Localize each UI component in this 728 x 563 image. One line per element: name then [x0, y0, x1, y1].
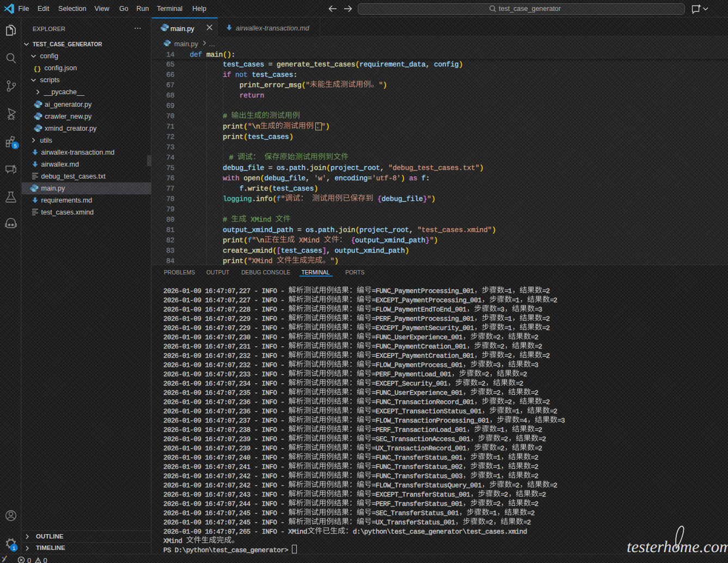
svg-text:81: 81: [166, 226, 174, 234]
svg-text:=2: =2: [535, 343, 542, 351]
svg-text:=2: =2: [500, 436, 508, 443]
svg-text:0: 0: [44, 556, 47, 563]
svg-text:project_root: project_root: [359, 226, 409, 234]
svg-text:=FUNC_TransactionRecord_001: =FUNC_TransactionRecord_001: [372, 399, 474, 406]
svg-text:=2: =2: [504, 399, 512, 406]
svg-text:2026-01-09 16:47:07,233 - INFO: 2026-01-09 16:47:07,233 - INFO -: [163, 371, 289, 378]
svg-text:=2: =2: [516, 380, 523, 388]
svg-text:=2: =2: [497, 343, 505, 351]
svg-text:=EXCEPT_PaymentProcessing_001: =EXCEPT_PaymentProcessing_001: [372, 297, 482, 304]
svg-text:2026-01-09 16:47:07,231 - INFO: 2026-01-09 16:47:07,231 - INFO -: [163, 343, 289, 351]
svg-text:print: print: [223, 123, 243, 131]
svg-text:2026-01-09 16:47:07,242 - INFO: 2026-01-09 16:47:07,242 - INFO -: [163, 482, 289, 489]
svg-text:os: os: [305, 226, 314, 234]
svg-text:=EXCEPT_TransactionStatus_001: =EXCEPT_TransactionStatus_001: [372, 408, 482, 415]
svg-text:0: 0: [27, 556, 31, 563]
svg-text:open: open: [243, 174, 260, 182]
svg-text:=2: =2: [542, 287, 550, 295]
svg-text:2026-01-09 16:47:07,239 - INFO: 2026-01-09 16:47:07,239 - INFO -: [163, 436, 289, 443]
svg-text:=2: =2: [493, 389, 501, 397]
svg-text:=2: =2: [493, 500, 501, 508]
svg-text:create_xmind: create_xmind: [223, 247, 272, 255]
svg-text:=2: =2: [531, 500, 539, 508]
svg-text:1: 1: [13, 546, 15, 551]
svg-text:{}: {}: [34, 66, 41, 73]
svg-text:=3: =3: [493, 362, 501, 369]
svg-text:test_cases: test_cases: [223, 60, 264, 69]
svg-text:2026-01-09 16:47:07,229 - INFO: 2026-01-09 16:47:07,229 - INFO -: [163, 325, 289, 332]
svg-text:78: 78: [166, 195, 174, 203]
svg-text:'w': 'w': [314, 174, 327, 182]
svg-text:=2: =2: [519, 371, 527, 378]
svg-text:2026-01-09 16:47:07,242 - INFO: 2026-01-09 16:47:07,242 - INFO -: [163, 473, 289, 480]
svg-text:2026-01-09 16:47:07,265 - INFO: 2026-01-09 16:47:07,265 - INFO - XMind: [163, 528, 308, 536]
svg-text:): ): [431, 195, 436, 203]
svg-text:#: #: [223, 112, 231, 120]
svg-text:,: ,: [426, 60, 434, 69]
svg-text:=4: =4: [519, 417, 527, 425]
svg-text:=2: =2: [482, 371, 490, 378]
svg-text:=1: =1: [493, 454, 501, 462]
svg-text:69: 69: [166, 102, 174, 110]
svg-text:72: 72: [166, 133, 174, 141]
svg-text:=2: =2: [550, 408, 558, 415]
svg-text:print_error_msg: print_error_msg: [240, 81, 302, 89]
svg-text:=FLOW_TransactionProcessing_00: =FLOW_TransactionProcessing_001: [372, 417, 490, 425]
svg-text:80: 80: [166, 216, 174, 224]
svg-text:print: print: [223, 236, 243, 244]
svg-text:): ): [434, 236, 438, 244]
svg-text:=2: =2: [493, 334, 501, 341]
svg-text:,: ,: [326, 247, 334, 255]
svg-text:XMind: XMind: [295, 236, 324, 244]
svg-text:not: not: [235, 71, 248, 79]
svg-text:encoding: encoding: [335, 174, 368, 182]
svg-text:2026-01-09 16:47:07,236 - INFO: 2026-01-09 16:47:07,236 - INFO -: [163, 408, 289, 415]
svg-text:2026-01-09 16:47:07,228 - INFO: 2026-01-09 16:47:07,228 - INFO -: [163, 306, 289, 314]
svg-text:=: =: [264, 164, 277, 172]
svg-text:test_cases: test_cases: [252, 71, 293, 79]
svg-text:14: 14: [166, 51, 174, 59]
svg-text:print: print: [223, 133, 243, 141]
svg-text:main: main: [206, 51, 223, 59]
svg-text:83: 83: [166, 247, 174, 255]
svg-text:67: 67: [166, 81, 174, 89]
svg-text:test_cases: test_cases: [281, 247, 322, 255]
svg-text:=FUNC_TransferStatus_002: =FUNC_TransferStatus_002: [372, 463, 463, 471]
svg-text:=2: =2: [523, 519, 531, 527]
svg-text:73: 73: [166, 143, 174, 151]
svg-text:debug_file: debug_file: [382, 195, 423, 203]
svg-text:=FUNC_UserExperience_001: =FUNC_UserExperience_001: [372, 389, 463, 397]
svg-text:82: 82: [166, 236, 174, 244]
svg-text:2026-01-09 16:47:07,232 - INFO: 2026-01-09 16:47:07,232 - INFO -: [163, 352, 289, 360]
svg-text:=1: =1: [504, 325, 512, 332]
svg-text:print: print: [223, 257, 243, 265]
svg-text:": ": [281, 195, 285, 203]
svg-text:#: #: [229, 154, 237, 162]
svg-text::: :: [231, 51, 236, 59]
svg-text:65: 65: [166, 60, 174, 69]
svg-text:=2: =2: [531, 463, 539, 471]
svg-text:76: 76: [166, 174, 174, 182]
svg-text:if: if: [223, 71, 231, 79]
svg-text:=1: =1: [497, 426, 505, 434]
svg-text:with: with: [223, 174, 239, 182]
svg-text:2026-01-09 16:47:07,236 - INFO: 2026-01-09 16:47:07,236 - INFO -: [163, 399, 289, 406]
svg-text:=SEC_TransferStatus_001: =SEC_TransferStatus_001: [372, 510, 459, 517]
svg-text:): ): [314, 185, 319, 193]
svg-text:PS D:\python\test_case_generat: PS D:\python\test_case_generator>: [163, 547, 292, 554]
svg-text::: :: [426, 174, 430, 182]
svg-text:=2: =2: [512, 482, 519, 489]
svg-text:2026-01-09 16:47:07,245 - INFO: 2026-01-09 16:47:07,245 - INFO -: [163, 519, 289, 527]
svg-text:\n: \n: [256, 236, 264, 244]
svg-text:=2: =2: [539, 436, 546, 443]
svg-text:=3: =3: [535, 306, 542, 314]
svg-text:): ): [334, 257, 339, 265]
svg-text:XMind: XMind: [252, 257, 277, 265]
svg-text:2026-01-09 16:47:07,243 - INFO: 2026-01-09 16:47:07,243 - INFO -: [163, 491, 289, 499]
svg-text:=1: =1: [493, 463, 501, 471]
svg-text:2026-01-09 16:47:07,239 - INFO: 2026-01-09 16:47:07,239 - INFO -: [163, 445, 289, 452]
svg-text:output_xmind_path: output_xmind_path: [335, 247, 405, 255]
svg-text:=EXCEPT_PaymentSecurity_001: =EXCEPT_PaymentSecurity_001: [372, 325, 474, 332]
svg-text:84: 84: [166, 257, 174, 265]
svg-text:test_cases: test_cases: [248, 133, 289, 141]
